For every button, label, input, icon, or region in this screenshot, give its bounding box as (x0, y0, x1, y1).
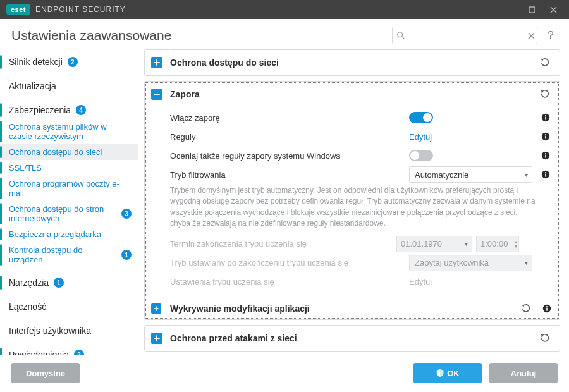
edit-rules-link[interactable]: Edytuj (409, 132, 432, 142)
sidebar-item-label: Ochrona dostępu do sieci (9, 147, 102, 157)
sidebar-item-secure-browser[interactable]: Bezpieczna przeglądarka (0, 226, 138, 242)
svg-rect-17 (546, 306, 548, 307)
svg-rect-0 (529, 7, 535, 13)
filter-mode-select[interactable]: Automatycznie ▾ (409, 166, 532, 183)
chevron-down-icon: ▾ (525, 171, 528, 178)
info-icon (541, 113, 551, 123)
row-eval-windows-rules: Oceniaj także reguły zapory systemu Wind… (170, 146, 551, 165)
search-clear-button[interactable] (522, 32, 537, 39)
sidebar-item-label: Ochrona dostępu do stron internetowych (9, 204, 116, 223)
sidebar-item-detection-engine[interactable]: Silnik detekcji 2 (0, 53, 138, 71)
svg-rect-10 (545, 155, 546, 158)
svg-rect-8 (545, 134, 546, 135)
sidebar-item-web-access[interactable]: Ochrona dostępu do stron internetowych 3 (0, 201, 138, 226)
panel-header-network-attack[interactable]: Ochrona przed atakami z sieci (145, 326, 560, 351)
toggle-eval-windows-rules[interactable] (409, 150, 433, 161)
revert-button[interactable] (538, 56, 552, 70)
info-button[interactable] (535, 132, 551, 142)
panel-header-network-access[interactable]: Ochrona dostępu do sieci (145, 50, 560, 75)
row-after-learn-mode: Tryb ustawiany po zakończeniu trybu ucze… (170, 254, 551, 273)
header: Ustawienia zaawansowane ? (0, 19, 569, 49)
sidebar-item-tools[interactable]: Narzędzia 1 (0, 274, 138, 291)
svg-line-2 (402, 37, 404, 39)
window-close-button[interactable] (542, 0, 564, 19)
svg-rect-16 (546, 307, 548, 310)
panel-title: Ochrona dostępu do sieci (170, 58, 538, 68)
search-input[interactable] (405, 27, 522, 44)
sidebar-item-label: Powiadomienia (9, 350, 69, 355)
info-button[interactable] (535, 169, 551, 180)
revert-button[interactable] (538, 87, 552, 101)
info-button[interactable] (535, 150, 551, 161)
svg-rect-7 (545, 136, 546, 139)
revert-icon (540, 333, 550, 343)
expand-icon (151, 57, 162, 68)
info-icon (541, 132, 551, 142)
expand-icon (151, 303, 161, 314)
setting-label: Oceniaj także reguły zapory systemu Wind… (170, 151, 409, 161)
info-icon (541, 169, 551, 180)
info-icon (542, 303, 552, 314)
after-learn-mode-select: Zapytaj użytkownika ▾ (409, 255, 532, 271)
collapse-icon (151, 89, 162, 100)
search-box[interactable] (392, 27, 537, 44)
ok-button-label: OK (447, 369, 460, 378)
revert-icon (540, 58, 550, 68)
sidebar-item-network-access[interactable]: Ochrona dostępu do sieci (0, 144, 138, 160)
panel-network-access: Ochrona dostępu do sieci (144, 49, 560, 76)
sidebar-item-label: SSL/TLS (9, 163, 42, 173)
info-button[interactable] (537, 303, 552, 314)
sidebar-item-label: Aktualizacja (9, 81, 56, 91)
defaults-button[interactable]: Domyślne (11, 363, 80, 383)
row-learn-settings: Ustawienia trybu uczenia się Edytuj (170, 273, 551, 291)
sidebar-item-label: Zabezpieczenia (9, 105, 71, 115)
sidebar-item-ssl-tls[interactable]: SSL/TLS (0, 160, 138, 176)
select-value: Automatycznie (415, 170, 468, 180)
brand-name: ENDPOINT SECURITY (35, 5, 126, 14)
sidebar-badge: 1 (121, 250, 132, 260)
sidebar-item-ui[interactable]: Interfejs użytkownika (0, 322, 138, 340)
sidebar-item-email-protection[interactable]: Ochrona programów poczty e-mail (0, 176, 138, 201)
chevron-down-icon: ▾ (465, 240, 468, 247)
sub-panel-app-modification[interactable]: Wykrywanie modyfikacji aplikacji (145, 298, 560, 319)
sidebar-item-update[interactable]: Aktualizacja (0, 77, 138, 95)
setting-label: Termin zakończenia trybu uczenia się (170, 239, 396, 248)
revert-icon (521, 303, 531, 314)
panel-header-firewall[interactable]: Zapora (145, 82, 560, 107)
filter-mode-description: Trybem domyślnym jest tryb automatyczny.… (170, 184, 551, 235)
sidebar-item-label: Łączność (9, 302, 46, 312)
panel-firewall: Zapora Włącz zaporę Re (144, 81, 560, 320)
sidebar-badge: 2 (68, 57, 78, 67)
ok-button[interactable]: OK (413, 363, 482, 383)
sidebar-item-realtime-fs[interactable]: Ochrona systemu plików w czasie rzeczywi… (0, 119, 138, 144)
sidebar-item-label: Silnik detekcji (9, 57, 63, 67)
help-button[interactable]: ? (544, 29, 558, 42)
sidebar-item-notifications[interactable]: Powiadomienia 2 (0, 346, 138, 355)
info-button[interactable] (535, 113, 551, 123)
time-value: 1:00:00 (480, 239, 508, 248)
toggle-enable-firewall[interactable] (409, 112, 433, 123)
sidebar-item-device-control[interactable]: Kontrola dostępu do urządzeń 1 (0, 242, 138, 267)
sidebar-item-protections[interactable]: Zabezpieczenia 4 (0, 101, 138, 119)
sidebar-item-label: Kontrola dostępu do urządzeń (9, 245, 116, 264)
setting-label: Ustawienia trybu uczenia się (170, 277, 409, 286)
window-maximize-button[interactable] (521, 0, 542, 19)
revert-button[interactable] (538, 331, 552, 345)
revert-button[interactable] (519, 302, 533, 315)
sidebar-item-label: Bezpieczna przeglądarka (9, 230, 101, 239)
select-value: Zapytaj użytkownika (415, 258, 489, 267)
panel-network-attack: Ochrona przed atakami z sieci (144, 325, 560, 352)
sidebar-item-label: Interfejs użytkownika (9, 326, 91, 336)
search-icon (396, 31, 405, 40)
sidebar-item-connectivity[interactable]: Łączność (0, 298, 138, 315)
brand-badge: eset (6, 4, 30, 15)
learn-end-time-input: 1:00:00 ▴▾ (476, 236, 519, 252)
setting-label: Reguły (170, 132, 409, 142)
setting-label: Tryb ustawiany po zakończeniu trybu ucze… (170, 258, 409, 267)
setting-label: Włącz zaporę (170, 113, 409, 123)
cancel-button[interactable]: Anuluj (489, 363, 558, 383)
setting-label: Tryb filtrowania (170, 170, 409, 180)
spinner-icon: ▴▾ (515, 240, 517, 248)
sidebar-badge: 1 (54, 278, 64, 288)
svg-rect-13 (545, 174, 546, 177)
